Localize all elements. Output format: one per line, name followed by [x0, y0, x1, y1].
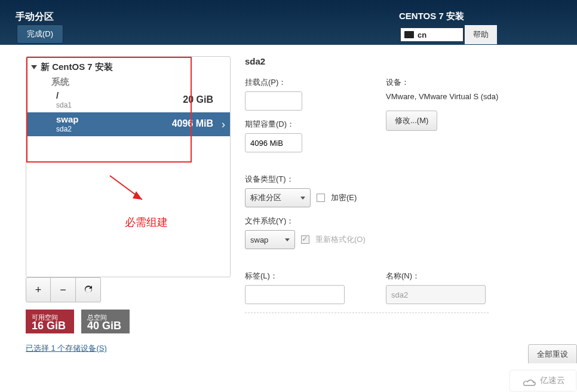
name-input — [386, 285, 486, 304]
label-input[interactable] — [245, 285, 345, 304]
modify-device-button[interactable]: 修改...(M) — [386, 111, 437, 131]
keyboard-layout-text: cn — [418, 30, 426, 39]
selected-devices-link[interactable]: 已选择 1 个存储设备(S) — [26, 343, 231, 354]
reload-icon — [84, 285, 93, 295]
reset-all-button[interactable]: 全部重设 — [528, 344, 577, 365]
chevron-down-icon — [300, 197, 305, 200]
reformat-label: 重新格式化(O) — [315, 234, 366, 245]
annotation-text: 必需组建 — [125, 215, 168, 229]
device-label: 设备： — [386, 77, 498, 88]
reload-button[interactable] — [76, 277, 101, 302]
svg-line-0 — [110, 176, 142, 200]
annotation-arrow — [108, 173, 149, 209]
total-space-box: 总空间 40 GiB — [81, 310, 130, 333]
total-space-value: 40 GiB — [87, 321, 121, 330]
mountpoint-input[interactable] — [245, 91, 302, 111]
page-title: 手动分区 — [16, 11, 54, 23]
svg-marker-1 — [133, 191, 142, 200]
keyboard-icon — [404, 31, 414, 38]
done-button[interactable]: 完成(D) — [17, 24, 63, 44]
partition-device: sda2 — [56, 125, 79, 133]
filesystem-select[interactable]: swap — [245, 230, 295, 249]
installer-title: CENTOS 7 安装 — [399, 11, 464, 22]
desired-capacity-label: 期望容量(D)： — [245, 119, 386, 130]
filesystem-value: swap — [250, 235, 268, 244]
chevron-down-icon — [31, 65, 37, 69]
partition-device: sda1 — [56, 101, 72, 109]
partition-row-root[interactable]: / sda1 20 GiB — [26, 88, 230, 112]
device-type-label: 设备类型(T)： — [245, 174, 577, 185]
install-heading: 新 CentOS 7 安装 — [41, 62, 113, 73]
device-type-select[interactable]: 标准分区 — [245, 188, 311, 207]
category-system: 系统 — [26, 73, 230, 88]
partition-tree: 新 CentOS 7 安装 系统 / sda1 20 GiB swap sda2… — [26, 56, 231, 277]
partition-tree-panel: 新 CentOS 7 安装 系统 / sda1 20 GiB swap sda2… — [12, 45, 231, 365]
free-space-value: 16 GiB — [32, 321, 66, 330]
partition-details-panel: sda2 挂载点(P)： 期望容量(D)： 设备： VMware, VMware… — [231, 45, 577, 365]
chevron-right-icon: › — [222, 118, 225, 131]
partition-size: 20 GiB — [183, 94, 213, 105]
device-type-value: 标准分区 — [250, 192, 281, 203]
filesystem-label: 文件系统(Y)： — [245, 216, 577, 226]
partition-action-bar: + − — [26, 277, 231, 302]
separator — [245, 313, 489, 313]
free-space-box: 可用空间 16 GiB — [26, 310, 74, 333]
partition-row-swap[interactable]: swap sda2 4096 MiB › — [26, 112, 230, 136]
label-label: 标签(L)： — [245, 271, 386, 281]
name-label: 名称(N)： — [386, 271, 486, 281]
add-partition-button[interactable]: + — [26, 277, 51, 302]
encrypt-label: 加密(E) — [331, 192, 357, 203]
partition-size: 4096 MiB — [172, 118, 213, 129]
watermark: 亿速云 — [510, 370, 576, 391]
chevron-down-icon — [285, 238, 290, 241]
header: 手动分区 完成(D) CENTOS 7 安装 cn 帮助 — [0, 0, 577, 45]
help-button[interactable]: 帮助 — [465, 25, 497, 44]
remove-partition-button[interactable]: − — [51, 277, 76, 302]
cloud-icon — [521, 375, 538, 387]
reformat-checkbox — [301, 235, 309, 244]
partition-detail-title: sda2 — [245, 56, 577, 66]
encrypt-checkbox[interactable] — [317, 194, 325, 202]
desired-capacity-input[interactable] — [245, 133, 302, 152]
keyboard-indicator[interactable]: cn — [400, 27, 464, 42]
mountpoint-label: 挂载点(P)： — [245, 77, 386, 88]
partition-mountpoint: swap — [56, 114, 79, 125]
device-text: VMware, VMware Virtual S (sda) — [386, 91, 498, 102]
partition-mountpoint: / — [56, 90, 72, 101]
install-heading-row[interactable]: 新 CentOS 7 安装 — [26, 57, 230, 73]
